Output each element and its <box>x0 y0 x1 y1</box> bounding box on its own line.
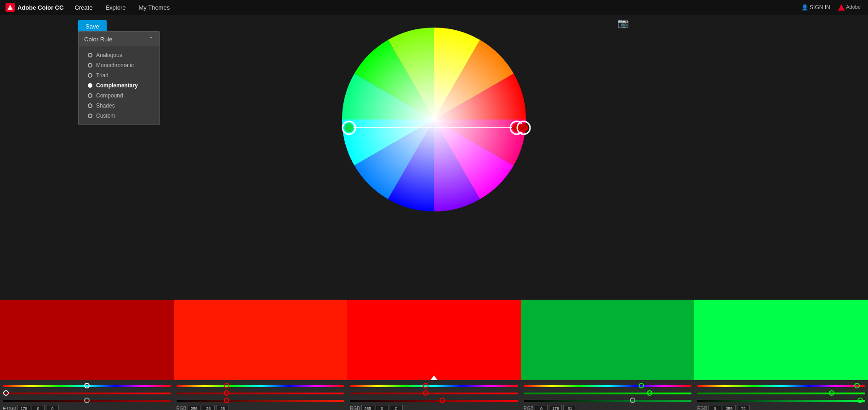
bright-slider-4[interactable] <box>524 398 692 404</box>
collapse-icon[interactable]: ⌃ <box>148 35 154 43</box>
rgb-label-4: RGB <box>524 406 534 410</box>
sat-slider-4[interactable] <box>524 390 692 397</box>
swatch-5[interactable]: RGB 0 255 72 HEX 00FF48 <box>694 300 868 410</box>
svg-marker-0 <box>7 5 13 10</box>
active-swatch-indicator <box>430 376 438 380</box>
nav-explore[interactable]: Explore <box>103 4 127 11</box>
sat-slider-1[interactable] <box>3 390 171 397</box>
logo-icon <box>6 3 15 12</box>
hue-handle-5[interactable] <box>854 383 860 388</box>
bright-slider-1[interactable] <box>3 398 171 404</box>
svg-point-2 <box>342 28 526 211</box>
bright-track-2 <box>177 400 345 402</box>
swatches-row: ▶ RGB 178 0 0 HEX B20000 <box>0 300 868 410</box>
color-wheel[interactable] <box>324 9 544 230</box>
bright-track-4 <box>524 400 692 402</box>
rgb-b-5[interactable]: 72 <box>737 405 750 410</box>
rgb-b-2[interactable]: 25 <box>216 405 229 410</box>
nav-right: 👤 SIGN IN Adobe <box>801 4 861 11</box>
rgb-label-2: RGB <box>177 406 187 410</box>
swatch-color-4 <box>521 300 695 380</box>
swatch-2[interactable]: RGB 255 25 25 HEX FF1900 <box>174 300 348 410</box>
hue-slider-3[interactable] <box>350 383 518 389</box>
bright-handle-2[interactable] <box>224 398 229 403</box>
rgb-r-4[interactable]: 0 <box>535 405 548 410</box>
sat-slider-2[interactable] <box>177 390 345 397</box>
app-logo: Adobe Color CC <box>6 3 63 12</box>
camera-icon[interactable]: 📷 <box>617 17 629 28</box>
sat-track-3 <box>350 393 518 394</box>
hue-slider-1[interactable] <box>3 383 171 389</box>
bright-slider-2[interactable] <box>177 398 345 404</box>
expand-btn-1[interactable]: ▶ RGB <box>3 406 16 410</box>
swatch-color-2 <box>174 300 348 380</box>
bright-handle-3[interactable] <box>440 398 445 403</box>
hue-handle-4[interactable] <box>639 383 644 388</box>
hue-slider-2[interactable] <box>177 383 345 389</box>
sat-handle-2[interactable] <box>224 390 229 396</box>
radio-complementary <box>88 83 92 88</box>
rule-triad[interactable]: Triad <box>79 70 160 80</box>
sat-slider-3[interactable] <box>350 390 518 397</box>
bright-handle-4[interactable] <box>630 398 635 403</box>
hue-track-4 <box>524 385 692 387</box>
rgb-row-3: RGB 255 0 0 <box>350 405 518 410</box>
sat-slider-5[interactable] <box>697 390 865 397</box>
rule-custom[interactable]: Custom <box>79 111 160 121</box>
bright-handle-1[interactable] <box>84 398 90 403</box>
sign-in-button[interactable]: 👤 SIGN IN <box>801 4 830 11</box>
sat-handle-4[interactable] <box>647 390 652 396</box>
sat-track-1 <box>3 393 171 394</box>
nav-my-themes[interactable]: My Themes <box>137 4 172 11</box>
rgb-label-5: RGB <box>697 406 707 410</box>
bright-handle-5[interactable] <box>857 398 863 403</box>
color-wheel-container <box>324 9 544 230</box>
rgb-label-3: RGB <box>350 406 360 410</box>
sat-handle-5[interactable] <box>829 390 834 396</box>
panel-title: Color Rule <box>84 36 112 43</box>
svg-point-10 <box>519 123 528 132</box>
radio-monochromatic <box>88 63 92 68</box>
swatch-color-1 <box>0 300 174 380</box>
rule-shades[interactable]: Shades <box>79 101 160 111</box>
rgb-label-1: ▶ RGB <box>3 406 16 410</box>
rule-analogous[interactable]: Analogous <box>79 50 160 60</box>
rgb-g-3[interactable]: 0 <box>376 405 388 410</box>
sat-handle-3[interactable] <box>423 390 428 396</box>
swatch-3[interactable]: RGB 255 0 0 HEX FF0000 <box>347 300 521 410</box>
rgb-r-3[interactable]: 255 <box>361 405 374 410</box>
radio-shades <box>88 103 92 108</box>
hue-handle-2[interactable] <box>224 383 229 388</box>
rgb-b-1[interactable]: 0 <box>46 405 59 410</box>
rgb-r-2[interactable]: 255 <box>188 405 200 410</box>
hue-handle-1[interactable] <box>84 383 90 388</box>
rule-complementary[interactable]: Complementary <box>79 80 160 91</box>
rule-compound[interactable]: Compound <box>79 91 160 101</box>
rgb-g-1[interactable]: 0 <box>32 405 45 410</box>
rgb-r-1[interactable]: 178 <box>17 405 30 410</box>
rgb-g-4[interactable]: 178 <box>549 405 562 410</box>
sat-handle-1[interactable] <box>3 390 9 396</box>
swatch-color-3 <box>347 300 521 380</box>
radio-compound <box>88 93 92 98</box>
rgb-g-5[interactable]: 255 <box>723 405 736 410</box>
bright-slider-5[interactable] <box>697 398 865 404</box>
rgb-b-4[interactable]: 51 <box>563 405 576 410</box>
hue-handle-3[interactable] <box>423 383 428 388</box>
hue-slider-5[interactable] <box>697 383 865 389</box>
svg-point-6 <box>344 123 354 132</box>
hue-slider-4[interactable] <box>524 383 692 389</box>
bright-track-5 <box>697 400 865 402</box>
swatch-4[interactable]: RGB 0 178 51 HEX 00B233 <box>521 300 695 410</box>
nav-create[interactable]: Create <box>73 4 94 11</box>
hue-track-2 <box>177 385 345 387</box>
rgb-g-2[interactable]: 25 <box>202 405 215 410</box>
rule-monochromatic[interactable]: Monochromatic <box>79 60 160 70</box>
save-button[interactable]: Save <box>78 20 107 33</box>
swatch-1[interactable]: ▶ RGB 178 0 0 HEX B20000 <box>0 300 174 410</box>
radio-triad <box>88 73 92 78</box>
rgb-r-5[interactable]: 0 <box>708 405 721 410</box>
hue-track-3 <box>350 385 518 387</box>
rgb-b-3[interactable]: 0 <box>390 405 403 410</box>
bright-slider-3[interactable] <box>350 398 518 404</box>
